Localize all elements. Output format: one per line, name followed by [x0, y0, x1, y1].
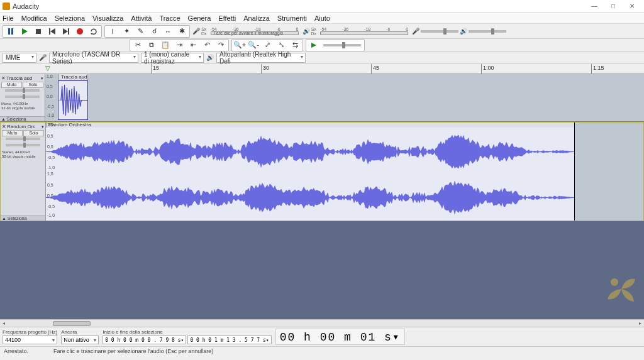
- recording-device-select[interactable]: Microfono (TASCAM DR Series): [49, 53, 138, 63]
- menu-aiuto[interactable]: Aiuto: [314, 14, 330, 22]
- track-2-name[interactable]: Random Orc: [7, 124, 35, 129]
- track-2-pan-slider[interactable]: [2, 144, 44, 149]
- playhead-pin-icon[interactable]: ▽: [45, 65, 50, 72]
- track-2-format: Stereo, 44100Hz32-bit virgola mobile: [2, 150, 44, 159]
- play-at-speed-button[interactable]: [307, 40, 321, 51]
- play-speed-slider[interactable]: [323, 44, 361, 46]
- menu-modifica[interactable]: Modifica: [21, 14, 47, 22]
- track-2-solo-button[interactable]: Solo: [23, 130, 44, 136]
- stop-button[interactable]: [31, 26, 45, 37]
- time-mark: 1:00: [481, 64, 494, 74]
- paste-icon[interactable]: 📋: [158, 40, 172, 51]
- menu-visualizza[interactable]: Visualizza: [92, 14, 123, 22]
- window-title: Audacity: [13, 3, 39, 10]
- menu-file[interactable]: File: [3, 14, 14, 22]
- tool-draw-icon[interactable]: ✎: [133, 26, 147, 37]
- track-2-panel[interactable]: ✕Random Orc▾ MutoSolo Stereo, 44100Hz32-…: [1, 123, 46, 221]
- skip-start-button[interactable]: [45, 26, 59, 37]
- horizontal-scrollbar[interactable]: ◂ ▸: [0, 319, 644, 327]
- track-2-select-button[interactable]: ▲ Seleziona: [1, 215, 45, 221]
- recording-volume-slider[interactable]: [421, 30, 458, 33]
- track-2-clip-title[interactable]: Random Orchestra: [46, 123, 643, 128]
- zoom-sel-icon[interactable]: ⤢: [260, 40, 274, 51]
- menu-attivita[interactable]: Attività: [131, 14, 152, 22]
- track-1-gain-slider[interactable]: [1, 89, 43, 94]
- recording-meter[interactable]: Fare clic per avviare il monitoraggio: [211, 31, 299, 35]
- track-2-vscale: 1,0 0,5 0,0 -0,5 -1,0 1,0 0,5 0,0 -0,5 -…: [46, 123, 58, 221]
- menu-genera[interactable]: Genera: [188, 14, 211, 22]
- track-1-clip-title[interactable]: Traccia audio: [58, 74, 87, 80]
- redo-icon[interactable]: ↷: [214, 40, 228, 51]
- record-button[interactable]: [73, 26, 87, 37]
- menu-seleziona[interactable]: Seleziona: [55, 14, 85, 22]
- track-1-name[interactable]: Traccia aud: [6, 75, 33, 81]
- audio-position-display[interactable]: 00 h 00 m 01 s▾: [275, 329, 405, 345]
- selection-end-field[interactable]: 0 0 h 0 1 m 1 3 . 5 7 7 s▾: [187, 335, 271, 344]
- loop-button[interactable]: [87, 26, 101, 37]
- tool-multi-icon[interactable]: ✱: [175, 26, 189, 37]
- pause-button[interactable]: [4, 26, 18, 37]
- scroll-left-icon[interactable]: ◂: [0, 320, 8, 326]
- edit-cursor[interactable]: [574, 123, 575, 221]
- maximize-button[interactable]: □: [604, 3, 623, 9]
- recording-channels-select[interactable]: 1 (mono) canale di registraz: [141, 53, 204, 63]
- project-rate-label: Frequenza progetto (Hz): [3, 329, 57, 335]
- tool-envelope-icon[interactable]: ✦: [119, 26, 133, 37]
- track-2-waveform-area[interactable]: Random Orchestra 1,0 0,5 0,0 -0,5 -1: [46, 123, 643, 221]
- track-1-clip[interactable]: Traccia audio: [58, 80, 88, 120]
- track-1-select-button[interactable]: ▲ Seleziona: [0, 116, 45, 121]
- track-1-solo-button[interactable]: Solo: [23, 82, 43, 88]
- track-2-gain-slider[interactable]: [2, 138, 44, 143]
- track-1-close-icon[interactable]: ✕: [1, 75, 6, 81]
- zoom-out-icon[interactable]: 🔍-: [247, 40, 260, 51]
- svg-rect-7: [68, 28, 69, 35]
- menu-tracce[interactable]: Tracce: [159, 14, 180, 22]
- menubar: File Modifica Seleziona Visualizza Attiv…: [0, 13, 644, 24]
- selection-start-field[interactable]: 0 0 h 0 0 m 0 0 . 7 9 8 s▾: [103, 335, 186, 344]
- skip-end-button[interactable]: [59, 26, 73, 37]
- silence-icon[interactable]: ⇤: [186, 40, 200, 51]
- project-rate-select[interactable]: 44100: [3, 335, 57, 344]
- tool-selection-icon[interactable]: I: [106, 26, 119, 37]
- track-1-menu-icon[interactable]: ▾: [41, 76, 43, 81]
- minimize-button[interactable]: —: [585, 3, 604, 9]
- track-1-format: Mono, 44100Hz32-bit virgola mobile: [1, 102, 43, 111]
- play-button[interactable]: [18, 26, 31, 37]
- scroll-right-icon[interactable]: ▸: [636, 320, 644, 326]
- track-1-pan-slider[interactable]: [1, 95, 43, 101]
- selection-mode-label[interactable]: Inizio e fine della selezione: [103, 329, 271, 335]
- undo-icon[interactable]: ↶: [200, 40, 214, 51]
- zoom-toggle-icon[interactable]: ⇆: [288, 40, 302, 51]
- playback-device-select[interactable]: Altoparlanti (Realtek High Defi: [216, 53, 306, 63]
- playback-meter[interactable]: [320, 31, 408, 35]
- close-button[interactable]: ✕: [623, 3, 641, 9]
- tool-zoom-icon[interactable]: ☌: [147, 26, 161, 37]
- menu-analizza[interactable]: Analizza: [243, 14, 270, 22]
- playback-volume-slider[interactable]: [469, 30, 506, 33]
- zoom-in-icon[interactable]: 🔍+: [233, 40, 247, 51]
- snap-select[interactable]: Non attivo: [61, 335, 99, 344]
- track-1-waveform: [58, 81, 87, 119]
- track-2-clip[interactable]: Random Orchestra: [46, 129, 643, 221]
- watermark-leaf-icon: [604, 271, 639, 307]
- timeline-ruler[interactable]: ▽ 15 30 45 1:00 1:15: [0, 64, 644, 74]
- zoom-fit-icon[interactable]: ⤡: [274, 40, 288, 51]
- trim-icon[interactable]: ⇥: [172, 40, 186, 51]
- rec-meter-hint[interactable]: Fare clic per avviare il monitoraggio: [214, 31, 284, 35]
- track-2-close-icon[interactable]: ✕: [2, 124, 6, 129]
- track-2-menu-icon[interactable]: ▾: [42, 124, 44, 129]
- track-1: ✕Traccia aud▾ MutoSolo Mono, 44100Hz32-b…: [0, 74, 644, 122]
- audio-host-select[interactable]: MME: [3, 53, 36, 63]
- time-mark: 15: [151, 64, 159, 74]
- copy-icon[interactable]: ⧉: [145, 40, 158, 51]
- cut-icon[interactable]: ✂: [131, 40, 145, 51]
- tool-timeshift-icon[interactable]: ↔: [161, 26, 175, 37]
- track-1-vscale: 1,0 0,5 0,0 -0,5 -1,0: [45, 74, 58, 121]
- scroll-thumb[interactable]: [53, 321, 91, 326]
- menu-strumenti[interactable]: Strumenti: [277, 14, 307, 22]
- track-1-waveform-area[interactable]: 1,0 0,5 0,0 -0,5 -1,0 Traccia audio: [45, 74, 644, 121]
- menu-effetti[interactable]: Effetti: [218, 14, 236, 22]
- track-1-mute-button[interactable]: Muto: [1, 82, 22, 88]
- track-2-mute-button[interactable]: Muto: [2, 130, 23, 136]
- track-1-panel[interactable]: ✕Traccia aud▾ MutoSolo Mono, 44100Hz32-b…: [0, 74, 45, 121]
